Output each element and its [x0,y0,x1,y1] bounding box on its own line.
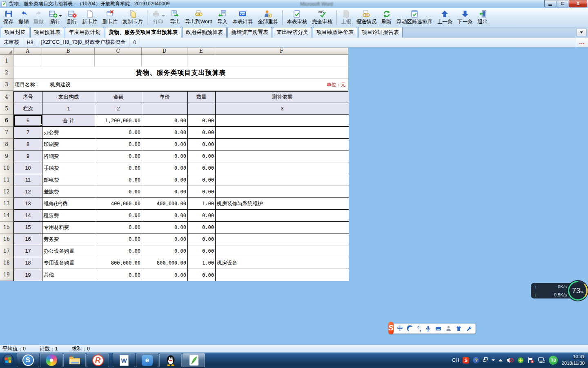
delete-card-button[interactable]: 删卡片 [100,9,120,27]
formula-more-button[interactable]: ... [576,38,588,47]
cell-seq[interactable]: 15 [14,222,42,233]
antivirus-tray-icon[interactable] [517,357,524,364]
row-header[interactable]: 9 [0,150,13,162]
cell-basis[interactable] [216,150,349,162]
cell-amount[interactable]: 0.00 [95,269,142,281]
chinese-mode-icon[interactable]: 中 [397,325,403,332]
row-header[interactable]: 19 [0,269,13,281]
cell-basis[interactable] [216,210,349,222]
tab-project-report[interactable]: 项目论证报告表 [358,27,403,38]
taskbar-sogou-browser[interactable]: S [17,353,39,367]
row-header[interactable]: 14 [0,210,13,222]
microphone-icon[interactable] [425,325,431,332]
health-score-tray-icon[interactable]: 73 [549,356,558,365]
taskbar-file-explorer[interactable] [63,353,86,367]
cell-amount[interactable]: 0.00 [95,245,142,257]
col-header-b[interactable]: B [42,47,95,55]
tab-goods-services-budget[interactable]: 货物、服务类项目支出预算表 [105,27,181,38]
recalc-all-button[interactable]: f全部重算 [255,9,281,27]
save-button[interactable]: 保存 [1,9,16,27]
tab-new-assets[interactable]: 新增资产购置表 [227,27,272,38]
cell-seq[interactable]: 7 [14,127,42,139]
cell-seq[interactable]: 9 [14,150,42,162]
row-header[interactable]: 16 [0,233,13,245]
punctuation-icon[interactable]: °, [417,325,421,332]
cell-qty[interactable]: 0.00 [188,127,216,139]
tab-overflow-button[interactable] [576,29,587,36]
project-name-cell[interactable]: 项目名称： 机房建设 单位：元 [13,79,348,91]
cell[interactable] [95,55,142,67]
cell[interactable] [13,55,42,67]
cell-seq[interactable]: 8 [14,139,42,150]
cell-name[interactable]: 租赁费 [42,210,95,222]
row-header[interactable]: 18 [0,257,13,269]
cell-reference-box[interactable]: H8 [23,38,38,47]
cell-amount[interactable]: 0.00 [95,139,142,150]
import-button[interactable]: 导入 [215,9,230,27]
submit-button[interactable]: 上报 [339,9,354,27]
cell-price[interactable]: 0.00 [142,127,188,139]
sogou-ime-bar[interactable]: S 中 °, [389,323,476,334]
cell-price[interactable]: 0.00 [142,115,188,127]
cell-qty[interactable]: 1.00 [188,198,216,210]
row-header[interactable]: 13 [0,198,13,210]
subheader-cell[interactable] [188,103,216,115]
export-button[interactable]: 导出 [167,9,183,27]
exit-button[interactable]: 退出 [475,9,490,27]
row-header[interactable]: 7 [0,127,13,139]
cell-qty[interactable]: 0.00 [188,222,216,233]
row-header[interactable]: 5 [0,103,13,115]
cell-price[interactable]: 0.00 [142,269,188,281]
subheader-cell[interactable]: 1 [42,103,95,115]
audit-table-button[interactable]: 本表审核 [284,9,310,27]
cell-basis[interactable] [216,174,349,186]
new-card-button[interactable]: 新卡片 [80,9,100,27]
select-all-corner[interactable] [0,47,13,55]
help-tray-icon[interactable]: ? [473,357,479,364]
taskbar-browser[interactable] [40,353,62,367]
cell-basis[interactable]: 机房装修与系统维护 [216,198,349,210]
tab-project-cover[interactable]: 项目封皮 [1,27,29,38]
cell-amount[interactable]: 800,000.00 [95,257,142,269]
sogou-logo-icon[interactable]: S [388,322,394,334]
cell-price[interactable]: 0.00 [142,186,188,198]
cell-name[interactable]: 差旅费 [42,186,95,198]
cell-basis[interactable]: 机房设备 [216,257,349,269]
cell-price[interactable]: 0.00 [142,233,188,245]
cell-amount[interactable]: 0.00 [95,186,142,198]
taskbar-r-app[interactable]: R [87,353,109,367]
cell[interactable] [142,55,187,67]
cell-name[interactable]: 办公设备购置 [42,245,95,257]
chevron-down-icon[interactable] [492,359,495,361]
cell-price[interactable]: 0.00 [142,139,188,150]
cell-seq[interactable]: 17 [14,245,42,257]
cell-amount[interactable]: 400,000.00 [95,198,142,210]
prev-record-button[interactable]: 上一条 [435,9,455,27]
cell-name[interactable]: 印刷费 [42,139,95,150]
insert-row-dropdown[interactable] [59,15,62,17]
cell-seq[interactable]: 18 [14,257,42,269]
row-header[interactable]: 3 [0,79,13,91]
language-indicator[interactable]: CH [452,357,459,363]
cell-amount[interactable]: 0.00 [95,150,142,162]
cell-qty[interactable]: 0.00 [188,162,216,174]
col-header-d[interactable]: D [142,47,187,55]
sogou-tray-icon[interactable]: S [463,357,469,364]
subheader-cell[interactable]: 2 [95,103,142,115]
cell-amount[interactable]: 0.00 [95,174,142,186]
cell[interactable] [187,55,215,67]
cell-name[interactable]: 咨询费 [42,150,95,162]
cell-seq[interactable]: 12 [14,186,42,198]
row-header[interactable]: 4 [0,91,13,103]
next-record-button[interactable]: 下一条 [455,9,475,27]
taskbar-word[interactable]: W [113,353,135,367]
cell-basis[interactable] [216,139,349,150]
taskbar-qq[interactable] [159,353,182,367]
cell-value-box[interactable]: 0 [129,38,140,47]
health-score[interactable]: 73% [567,280,588,302]
cell-name[interactable]: 手续费 [42,162,95,174]
tab-annual-plan[interactable]: 年度用款计划 [65,27,104,38]
network-speed-widget[interactable]: ↑0K/s ↓0.5K/s 73% [531,280,588,304]
cell-qty[interactable]: 0.00 [188,210,216,222]
cell[interactable] [215,55,348,67]
